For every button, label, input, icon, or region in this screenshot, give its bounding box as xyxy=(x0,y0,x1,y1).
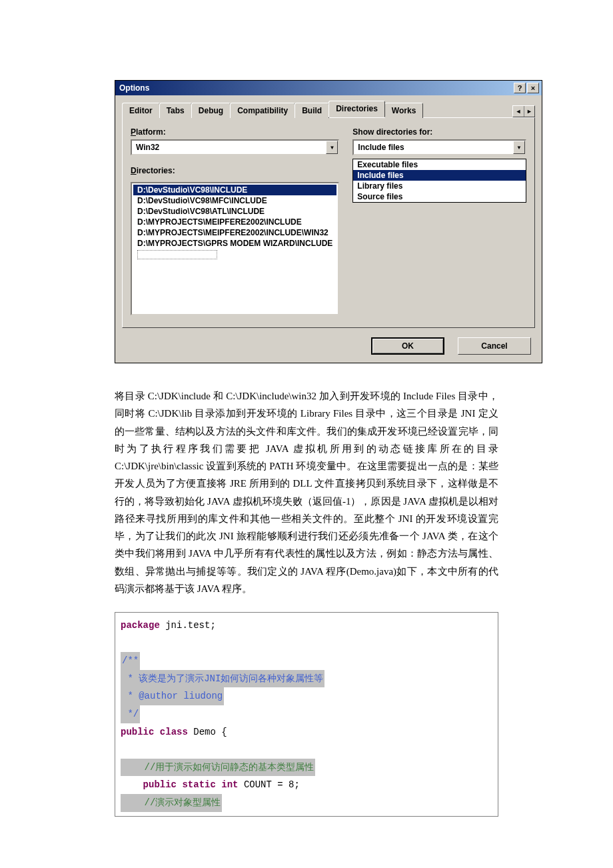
cancel-button[interactable]: Cancel xyxy=(458,337,531,355)
titlebar: Options ? × xyxy=(115,81,542,95)
directory-item[interactable]: D:\MYPROJECTS\MEIPFERE2002\INCLUDE xyxy=(133,217,336,227)
showdir-option[interactable]: Executable files xyxy=(353,159,526,170)
platform-label: Platform: xyxy=(131,127,339,137)
article-paragraph: 将目录 C:\JDK\include 和 C:\JDK\include\win3… xyxy=(115,387,498,597)
keyword: public xyxy=(121,727,154,737)
directories-listbox[interactable]: D:\DevStudio\VC98\INCLUDE D:\DevStudio\V… xyxy=(131,182,339,315)
platform-combo[interactable]: Win32 ▼ xyxy=(131,139,339,155)
tab-debug[interactable]: Debug xyxy=(191,103,231,118)
comment: * @author liudong xyxy=(121,687,224,705)
comment: //用于演示如何访问静态的基本类型属性 xyxy=(121,759,315,777)
tab-compatibility[interactable]: Compatibility xyxy=(230,103,295,118)
keyword: int xyxy=(221,779,238,790)
directory-item[interactable]: D:\DevStudio\VC98\INCLUDE xyxy=(133,185,336,195)
keyword: class xyxy=(160,727,188,737)
keyword: static xyxy=(182,779,215,790)
new-directory-placeholder[interactable] xyxy=(137,250,217,259)
tab-scroll-right[interactable]: ► xyxy=(524,106,534,117)
comment: /** xyxy=(121,652,140,670)
tab-strip: Editor Tabs Debug Compatibility Build Di… xyxy=(122,101,535,117)
comment: */ xyxy=(121,705,140,723)
tab-scroll: ◄ ► xyxy=(512,105,535,117)
directories-label: Directories: xyxy=(131,166,339,175)
showdir-combo[interactable]: Include files ▼ xyxy=(352,139,526,155)
code-block: package jni.test; /** * 该类是为了演示JNI如何访问各种… xyxy=(115,612,498,817)
tab-editor[interactable]: Editor xyxy=(122,103,160,118)
tab-directories[interactable]: Directories xyxy=(328,101,385,117)
tab-workspace[interactable]: Works xyxy=(384,103,423,118)
comment: //演示对象型属性 xyxy=(121,794,222,812)
platform-dropdown-icon[interactable]: ▼ xyxy=(326,141,338,154)
keyword: package xyxy=(121,620,160,631)
showdir-dropdown-icon[interactable]: ▼ xyxy=(513,141,525,154)
platform-value: Win32 xyxy=(132,141,326,154)
ok-button[interactable]: OK xyxy=(371,337,444,355)
directory-item[interactable]: D:\DevStudio\VC98\MFC\INCLUDE xyxy=(133,195,336,206)
directory-item[interactable]: D:\DevStudio\VC98\ATL\INCLUDE xyxy=(133,206,336,217)
options-dialog: Options ? × Editor Tabs Debug Compatibil… xyxy=(115,80,542,363)
showdir-dropdown[interactable]: Executable files Include files Library f… xyxy=(352,159,526,203)
close-button[interactable]: × xyxy=(527,83,539,93)
comment: * 该类是为了演示JNI如何访问各种对象属性等 xyxy=(121,670,324,688)
dialog-title: Options xyxy=(119,83,512,93)
showdir-option[interactable]: Include files xyxy=(353,170,526,181)
showdir-label: Show directories for: xyxy=(352,127,526,137)
keyword: public xyxy=(143,779,177,790)
showdir-option[interactable]: Library files xyxy=(353,181,526,191)
help-button[interactable]: ? xyxy=(514,83,526,93)
tab-scroll-left[interactable]: ◄ xyxy=(513,106,524,117)
directory-item[interactable]: D:\MYPROJECTS\MEIPFERE2002\INCLUDE\WIN32 xyxy=(133,227,336,238)
showdir-value: Include files xyxy=(354,141,513,154)
tab-tabs[interactable]: Tabs xyxy=(159,103,192,118)
directory-item[interactable]: D:\MYPROJECTS\GPRS MODEM WIZARD\INCLUDE xyxy=(133,238,336,249)
tab-build[interactable]: Build xyxy=(295,103,329,118)
showdir-option[interactable]: Source files xyxy=(353,191,526,202)
